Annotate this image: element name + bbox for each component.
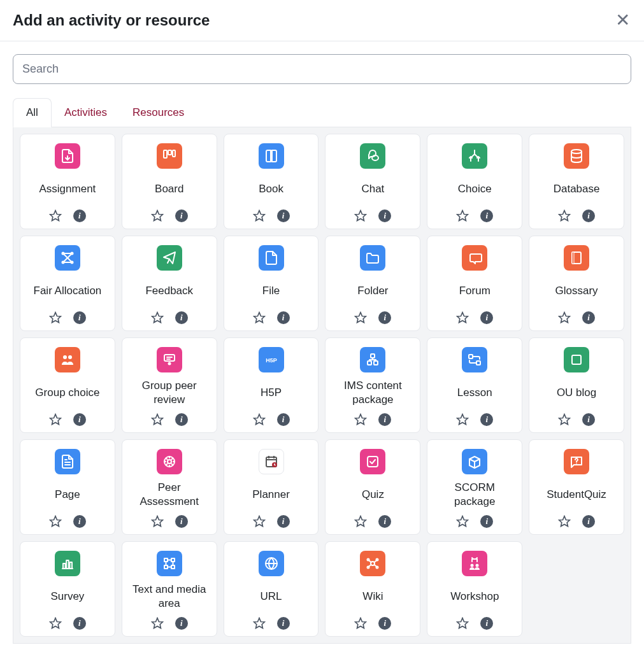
star-icon[interactable] (354, 209, 367, 222)
info-icon[interactable]: i (480, 413, 493, 426)
activity-card-page[interactable]: Pagei (20, 439, 115, 535)
info-icon[interactable]: i (480, 209, 493, 222)
scorm-icon (462, 449, 487, 474)
star-icon[interactable] (558, 413, 571, 426)
star-icon[interactable] (558, 209, 571, 222)
activity-card-file[interactable]: Filei (224, 236, 319, 331)
info-icon[interactable]: i (175, 617, 188, 630)
info-icon[interactable]: i (73, 209, 86, 222)
activity-card-book[interactable]: Booki (224, 134, 319, 229)
activity-card-url[interactable]: URLi (224, 541, 319, 637)
star-icon[interactable] (354, 413, 367, 426)
star-icon[interactable] (151, 515, 164, 528)
group-peer-icon (157, 347, 182, 372)
star-icon[interactable] (456, 311, 469, 324)
tab-activities[interactable]: Activities (52, 98, 120, 127)
search-input[interactable] (13, 54, 631, 84)
star-icon[interactable] (456, 413, 469, 426)
info-icon[interactable]: i (378, 515, 391, 528)
info-icon[interactable]: i (277, 413, 290, 426)
activity-card-forum[interactable]: Forumi (427, 236, 522, 331)
activity-card-group-peer-review[interactable]: Group peer reviewi (122, 337, 217, 433)
info-icon[interactable]: i (73, 617, 86, 630)
activity-card-glossary[interactable]: Glossaryi (529, 236, 624, 331)
activity-card-planner[interactable]: Planneri (224, 439, 319, 535)
activity-card-group-choice[interactable]: Group choicei (20, 337, 115, 433)
activity-card-feedback[interactable]: Feedbacki (122, 236, 217, 331)
activity-card-text-and-media-area[interactable]: Text and media areai (122, 541, 217, 637)
star-icon[interactable] (49, 413, 62, 426)
close-button[interactable]: ✕ (615, 11, 630, 29)
card-actions: i (456, 209, 493, 222)
activity-card-board[interactable]: Boardi (122, 134, 217, 229)
info-icon[interactable]: i (582, 413, 595, 426)
activity-card-folder[interactable]: Folderi (325, 236, 420, 331)
star-icon[interactable] (253, 515, 266, 528)
info-icon[interactable]: i (73, 311, 86, 324)
tab-all[interactable]: All (13, 98, 52, 127)
star-icon[interactable] (456, 515, 469, 528)
info-icon[interactable]: i (480, 311, 493, 324)
info-icon[interactable]: i (582, 311, 595, 324)
star-icon[interactable] (354, 311, 367, 324)
activity-card-h5p[interactable]: H5PH5Pi (224, 337, 319, 433)
activity-card-studentquiz[interactable]: StudentQuizi (529, 439, 624, 535)
info-icon[interactable]: i (582, 515, 595, 528)
info-icon[interactable]: i (277, 515, 290, 528)
activity-card-survey[interactable]: Surveyi (20, 541, 115, 637)
star-icon[interactable] (558, 515, 571, 528)
info-icon[interactable]: i (73, 413, 86, 426)
star-icon[interactable] (49, 617, 62, 630)
star-icon[interactable] (253, 413, 266, 426)
activity-card-quiz[interactable]: Quizi (325, 439, 420, 535)
activity-label: Peer Assessment (127, 479, 211, 510)
star-icon[interactable] (151, 209, 164, 222)
star-icon[interactable] (49, 311, 62, 324)
activity-card-ou-blog[interactable]: OU blogi (529, 337, 624, 433)
info-icon[interactable]: i (175, 209, 188, 222)
svg-rect-53 (66, 560, 69, 569)
star-icon[interactable] (49, 209, 62, 222)
svg-marker-60 (152, 618, 162, 628)
info-icon[interactable]: i (277, 617, 290, 630)
info-icon[interactable]: i (582, 209, 595, 222)
star-icon[interactable] (253, 209, 266, 222)
info-icon[interactable]: i (277, 209, 290, 222)
info-icon[interactable]: i (175, 311, 188, 324)
star-icon[interactable] (49, 515, 62, 528)
info-icon[interactable]: i (378, 311, 391, 324)
star-icon[interactable] (456, 617, 469, 630)
star-icon[interactable] (253, 311, 266, 324)
activity-card-workshop[interactable]: Workshopi (427, 541, 522, 637)
info-icon[interactable]: i (175, 515, 188, 528)
star-icon[interactable] (558, 311, 571, 324)
activity-card-lesson[interactable]: Lessoni (427, 337, 522, 433)
activity-card-chat[interactable]: Chati (325, 134, 420, 229)
h5p-icon: H5P (259, 347, 284, 372)
info-icon[interactable]: i (277, 311, 290, 324)
star-icon[interactable] (151, 413, 164, 426)
star-icon[interactable] (151, 311, 164, 324)
star-icon[interactable] (151, 617, 164, 630)
tab-resources[interactable]: Resources (120, 98, 197, 127)
activity-card-database[interactable]: Databasei (529, 134, 624, 229)
activity-card-wiki[interactable]: Wikii (325, 541, 420, 637)
info-icon[interactable]: i (378, 617, 391, 630)
activity-card-fair-allocation[interactable]: Fair Allocationi (20, 236, 115, 331)
activity-card-peer-assessment[interactable]: Peer Assessmenti (122, 439, 217, 535)
star-icon[interactable] (456, 209, 469, 222)
info-icon[interactable]: i (175, 413, 188, 426)
info-icon[interactable]: i (480, 617, 493, 630)
star-icon[interactable] (253, 617, 266, 630)
activity-label: URL (261, 581, 282, 612)
info-icon[interactable]: i (73, 515, 86, 528)
info-icon[interactable]: i (378, 413, 391, 426)
star-icon[interactable] (354, 515, 367, 528)
activity-card-ims-content-package[interactable]: IMS content packagei (325, 337, 420, 433)
activity-card-assignment[interactable]: Assignmenti (20, 134, 115, 229)
star-icon[interactable] (354, 617, 367, 630)
info-icon[interactable]: i (378, 209, 391, 222)
info-icon[interactable]: i (480, 515, 493, 528)
activity-card-choice[interactable]: Choicei (427, 134, 522, 229)
activity-card-scorm-package[interactable]: SCORM packagei (427, 439, 522, 535)
